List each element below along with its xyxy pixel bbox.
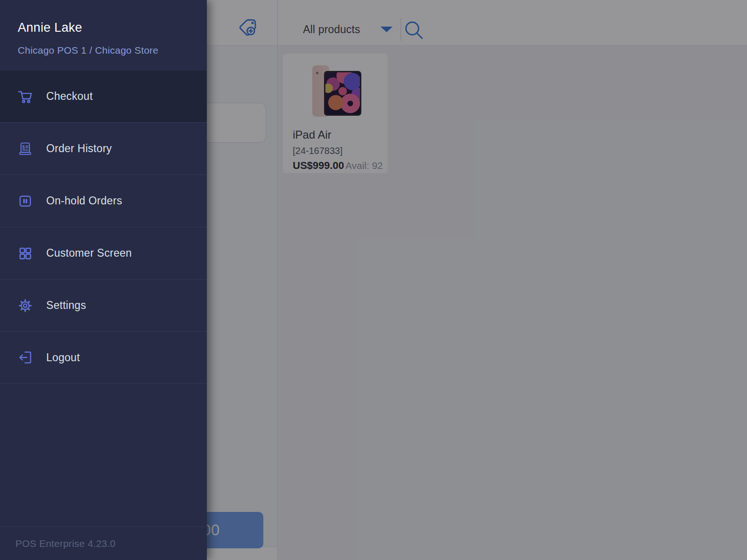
- sidebar-footer: POS Enterprise 4.23.0: [0, 526, 207, 560]
- sidebar-item-label: Checkout: [46, 90, 93, 103]
- sidebar-item-label: On-hold Orders: [46, 195, 122, 207]
- gear-icon: [17, 297, 34, 314]
- navigation-drawer: Annie Lake Chicago POS 1 / Chicago Store…: [0, 0, 207, 560]
- sidebar-item-label: Settings: [46, 299, 86, 312]
- sidebar-item-on-hold-orders[interactable]: On-hold Orders: [0, 175, 207, 227]
- sidebar-item-label: Order History: [46, 142, 112, 155]
- receipt-icon: $: [17, 140, 34, 157]
- pause-icon: [17, 193, 34, 210]
- sidebar-item-label: Customer Screen: [46, 247, 132, 259]
- user-name: Annie Lake: [18, 21, 158, 35]
- sidebar-item-settings[interactable]: Settings: [0, 279, 207, 331]
- drawer-menu: Checkout $ Order History: [0, 70, 207, 384]
- sidebar-item-logout[interactable]: Logout: [0, 331, 207, 384]
- sidebar-item-order-history[interactable]: $ Order History: [0, 122, 207, 175]
- sidebar-item-checkout[interactable]: Checkout: [0, 70, 207, 122]
- user-block: Annie Lake Chicago POS 1 / Chicago Store: [18, 21, 158, 56]
- cart-icon: [17, 88, 34, 105]
- svg-text:$: $: [22, 144, 25, 149]
- logout-icon: [17, 349, 34, 366]
- grid-icon: [17, 245, 34, 262]
- app-version: POS Enterprise 4.23.0: [15, 538, 207, 549]
- sidebar-item-label: Logout: [46, 351, 80, 364]
- register-store-label: Chicago POS 1 / Chicago Store: [18, 45, 158, 56]
- sidebar-item-customer-screen[interactable]: Customer Screen: [0, 227, 207, 279]
- pos-app: All products 00: [0, 0, 747, 560]
